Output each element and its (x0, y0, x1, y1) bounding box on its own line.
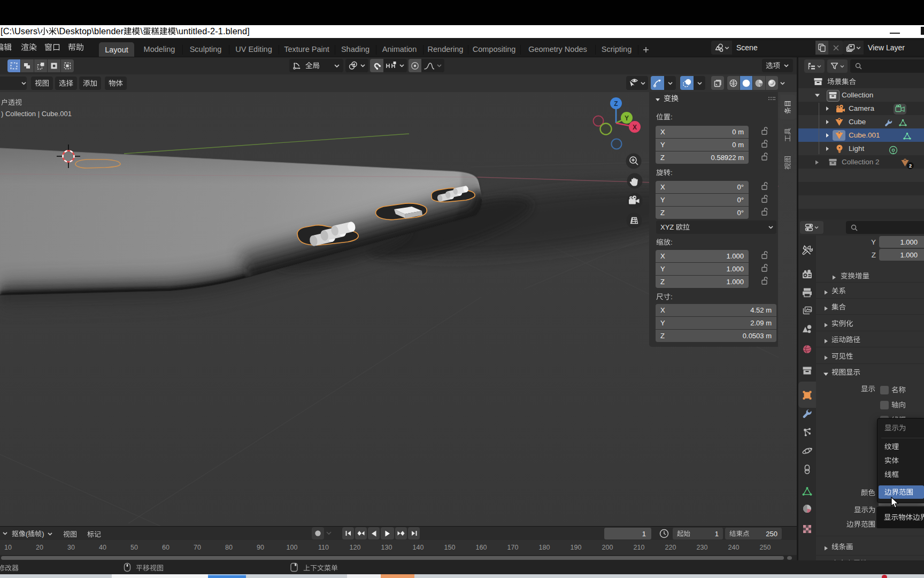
svg-text:Z: Z (614, 100, 618, 108)
svg-text:X: X (633, 124, 637, 131)
svg-text:Y: Y (625, 115, 629, 122)
